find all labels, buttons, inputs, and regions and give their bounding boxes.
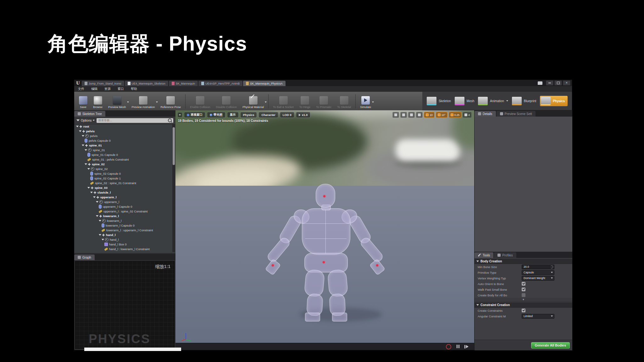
asset-tab[interactable]: UE4ASP_HeroTPP_AnimB xyxy=(198,81,242,86)
tree-row-spine_02[interactable]: spine_02 xyxy=(74,167,172,171)
shortcut-blueprint[interactable]: Blueprint xyxy=(512,97,536,105)
asset-tab[interactable]: SK_Mannequin xyxy=(169,81,198,86)
section-header[interactable]: Constraint Creation xyxy=(475,302,572,308)
viewport-button-character[interactable]: Character xyxy=(258,112,278,118)
viewport-button--[interactable]: 显示 xyxy=(227,112,239,118)
dropdown[interactable]: Capsule xyxy=(522,270,554,275)
asset-tab[interactable]: SK_Mannequin_PhysicsA xyxy=(243,81,286,86)
menu-item[interactable]: 帮助 xyxy=(131,87,137,91)
expander-icon[interactable] xyxy=(79,130,81,132)
tree-row-spine_02-Capsule-0[interactable]: spine_02 Capsule 0 xyxy=(74,171,172,176)
tree-row-spine_03[interactable]: spine_03 xyxy=(74,185,172,190)
record-icon[interactable] xyxy=(446,344,451,349)
capsule-lowerarm-l[interactable] xyxy=(266,236,291,264)
generate-all-bodies-button[interactable]: Generate All Bodies xyxy=(531,342,570,348)
maximize-button[interactable] xyxy=(554,80,562,85)
skeleton-tree-scrollbar[interactable] xyxy=(172,124,175,252)
tree-row-pelvis[interactable]: pelvis xyxy=(74,134,172,138)
expander-icon[interactable] xyxy=(96,215,98,217)
expander-icon[interactable] xyxy=(87,168,90,170)
tree-row-hand_l[interactable]: hand_l xyxy=(74,233,172,237)
tree-row-hand_l-lowerarm_l-Constraint[interactable]: hand_l : lowerarm_l Constraint xyxy=(74,247,172,251)
shortcut-mesh[interactable]: Mesh xyxy=(455,97,474,105)
tree-row-upperarm_l[interactable]: upperarm_l xyxy=(74,195,172,200)
dropdown[interactable]: Limited xyxy=(522,314,554,319)
expander-icon[interactable] xyxy=(93,196,96,198)
physical-material-button[interactable]: Physical Material xyxy=(240,92,267,110)
scale-snap-button[interactable]: 0.25 xyxy=(449,112,462,118)
tab-graph[interactable]: Graph xyxy=(74,255,95,260)
tree-row-root[interactable]: root xyxy=(74,124,172,129)
tree-row-spine_01[interactable]: spine_01 xyxy=(74,143,172,148)
box-foot-l[interactable] xyxy=(305,313,320,321)
tree-row-lowerarm_l-upperarm_l-Constraint[interactable]: lowerarm_l : upperarm_l Constraint xyxy=(74,228,172,233)
checkbox[interactable] xyxy=(522,288,525,291)
viewport-button-x1-0[interactable]: x1.0 xyxy=(296,112,311,118)
camera-speed-button[interactable]: 4 xyxy=(463,112,472,118)
tree-row-spine_01-pelvis-Constraint[interactable]: spine_01 : pelvis Constraint xyxy=(74,157,172,162)
viewport-button-lod-0[interactable]: LOD 0 xyxy=(280,112,294,118)
tree-row-spine_02[interactable]: spine_02 xyxy=(74,162,172,167)
tree-row-hand_l[interactable]: hand_l xyxy=(74,237,172,242)
capsule-head[interactable] xyxy=(316,184,335,208)
expander-icon[interactable] xyxy=(85,149,87,151)
step-forward-icon[interactable] xyxy=(464,345,469,348)
checkbox[interactable] xyxy=(522,293,525,297)
world-coordinate-button[interactable] xyxy=(416,112,423,118)
rotation-snap-button[interactable]: 10° xyxy=(436,112,447,118)
tab-profiles[interactable]: Profiles xyxy=(494,252,516,258)
simulate-button[interactable]: Simulate xyxy=(357,92,374,110)
expander-icon[interactable] xyxy=(90,192,93,193)
capsule-torso[interactable] xyxy=(302,208,350,255)
expander-icon[interactable] xyxy=(99,234,101,236)
tree-row-clavicle_l[interactable]: clavicle_l xyxy=(74,190,172,195)
chevron-down-icon[interactable] xyxy=(265,101,267,103)
physics-mannequin[interactable] xyxy=(270,183,380,321)
preview-mesh-button[interactable]: Preview Mesh xyxy=(105,92,129,110)
tree-row-upperarm_l-spine_02-Constraint[interactable]: upperarm_l : spine_02 Constraint xyxy=(74,209,172,214)
tree-row-lowerarm_l-Capsule-0[interactable]: lowerarm_l Capsule 0 xyxy=(74,223,172,228)
tree-row-pelvis[interactable]: pelvis xyxy=(74,129,172,134)
asset-tab[interactable]: UE4_Mannequin_Skeleton xyxy=(125,81,168,86)
capsule-thigh-r[interactable] xyxy=(327,269,348,297)
tab-details[interactable]: Details xyxy=(475,111,496,117)
tree-row-spine_01-Capsule-0[interactable]: spine_01 Capsule 0 xyxy=(74,152,172,157)
tab-preview-scene-settings[interactable]: Preview Scene Sett xyxy=(497,111,536,117)
expander-icon[interactable] xyxy=(82,145,84,146)
tree-row-spine_02-Capsule-1[interactable]: spine_02 Capsule 1 xyxy=(74,176,172,181)
chevron-down-icon[interactable] xyxy=(506,100,508,101)
expander-icon[interactable] xyxy=(82,135,84,137)
tree-row-upperarm_l[interactable]: upperarm_l xyxy=(74,200,172,204)
viewport-button--[interactable]: 带光照 xyxy=(207,112,225,118)
shortcut-skeleton[interactable]: Skeleton xyxy=(427,97,451,105)
expander-icon[interactable] xyxy=(99,220,101,222)
numeric-input[interactable]: 20.0 xyxy=(522,265,554,269)
viewport-menu-arrow[interactable] xyxy=(177,112,182,118)
save-button[interactable]: Save xyxy=(76,92,90,110)
viewport-button-physics[interactable]: Physics xyxy=(240,112,257,118)
shortcut-animation[interactable]: Animation xyxy=(478,97,508,105)
category-expander[interactable]: ▼ xyxy=(475,298,572,302)
preview-animation-button[interactable]: Preview Animation xyxy=(129,92,158,110)
section-header[interactable]: Body Creation xyxy=(475,259,572,264)
tree-row-lowerarm_l[interactable]: lowerarm_l xyxy=(74,214,172,218)
menu-item[interactable]: 文件 xyxy=(78,87,84,91)
capsule-thigh-l[interactable] xyxy=(304,269,325,297)
expander-icon[interactable] xyxy=(102,239,104,240)
asset-tab[interactable]: Jump_From_Stand_Ironsi xyxy=(82,81,124,86)
browse-button[interactable]: Browse xyxy=(90,92,105,110)
expander-icon[interactable] xyxy=(96,201,98,203)
graph-grid-area[interactable]: 缩放1:1 PHYSICS xyxy=(75,261,175,349)
checkbox[interactable] xyxy=(522,309,525,312)
dropdown[interactable]: Dominant Weight xyxy=(522,276,554,281)
minimize-button[interactable] xyxy=(546,80,553,85)
tree-row-hand_l-Box-0[interactable]: hand_l Box 0 xyxy=(74,242,172,247)
menu-item[interactable]: 窗口 xyxy=(118,87,124,91)
grid-snap-button[interactable]: 10 xyxy=(424,112,434,118)
menu-item[interactable]: 编辑 xyxy=(91,87,97,91)
3d-viewport[interactable]: 透视窗口带光照显示PhysicsCharacterLOD 0x1.0 19 Bo… xyxy=(175,110,474,350)
box-foot-r[interactable] xyxy=(332,313,347,321)
rotate-tool-button[interactable] xyxy=(400,112,407,118)
bone-search-box[interactable] xyxy=(97,118,173,123)
bone-search-input[interactable] xyxy=(98,119,167,122)
